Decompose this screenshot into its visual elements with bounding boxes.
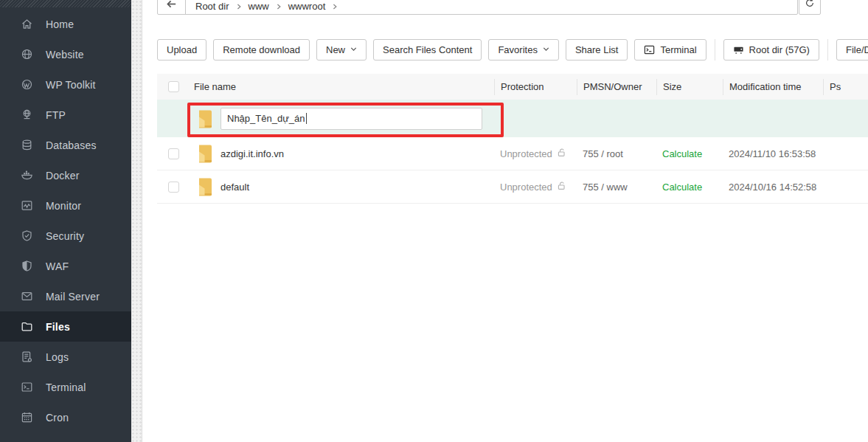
file-manager-app: Home Website WP Toolkit FTP xyxy=(0,0,868,442)
ftp-globe-icon xyxy=(20,108,33,122)
globe-icon xyxy=(20,48,33,61)
sidebar-item-mail-server[interactable]: Mail Server xyxy=(0,281,131,311)
monitor-chart-icon xyxy=(20,199,33,213)
column-header-size: Size xyxy=(656,79,723,95)
sidebar-item-label: Monitor xyxy=(46,200,81,212)
protection-status: Unprotected xyxy=(500,148,552,159)
folder-icon xyxy=(20,320,33,334)
sidebar-item-files[interactable]: Files xyxy=(0,311,131,342)
sidebar-item-monitor[interactable]: Monitor xyxy=(0,190,131,221)
remote-download-button[interactable]: Remote download xyxy=(213,39,310,61)
toolbar-separator xyxy=(827,39,828,61)
unlock-icon[interactable] xyxy=(557,181,566,193)
unlock-icon[interactable] xyxy=(557,148,566,159)
breadcrumb-item-www[interactable]: www xyxy=(249,0,269,13)
file-table: File name Protection PMSN/Owner Size Mod… xyxy=(157,74,868,204)
sidebar-item-databases[interactable]: Databases xyxy=(0,130,131,160)
sidebar-item-website[interactable]: Website xyxy=(0,39,131,69)
breadcrumb-item-root-dir[interactable]: Root dir xyxy=(195,0,229,13)
sidebar-item-home[interactable]: Home xyxy=(0,9,131,39)
row-checkbox[interactable] xyxy=(168,148,179,159)
upload-button[interactable]: Upload xyxy=(157,39,206,61)
shield-half-icon xyxy=(20,260,33,273)
wordpress-icon xyxy=(20,78,33,91)
sidebar-item-label: Mail Server xyxy=(46,291,100,303)
shield-check-icon xyxy=(20,229,33,243)
toolbar-separator xyxy=(715,39,715,61)
refresh-button[interactable] xyxy=(799,0,821,15)
sidebar-item-security[interactable]: Security xyxy=(0,221,131,251)
share-list-button[interactable]: Share List xyxy=(566,39,628,61)
new-folder-name-input[interactable]: Nhập_Tên_dự_án xyxy=(221,108,482,130)
file-name-link[interactable]: default xyxy=(221,182,249,193)
chevron-down-icon xyxy=(543,46,549,53)
home-icon xyxy=(20,18,33,31)
sidebar-item-label: Cron xyxy=(46,412,69,424)
favorites-dropdown-button[interactable]: Favorites xyxy=(488,39,558,61)
file-dir-protection-button[interactable]: File/Dir protection xyxy=(836,39,868,61)
log-document-icon xyxy=(20,351,33,364)
refresh-icon xyxy=(805,0,815,11)
calendar-icon xyxy=(20,411,33,424)
column-header-file-name: File name xyxy=(194,79,494,95)
chevron-down-icon xyxy=(350,46,357,53)
sidebar-item-ftp[interactable]: FTP xyxy=(0,100,131,130)
breadcrumb-bar: Root dir www wwwroot xyxy=(157,0,798,15)
file-row-azdigi: azdigi.it.info.vn Unprotected 755 / root… xyxy=(157,137,868,170)
new-dropdown-button[interactable]: New xyxy=(316,39,367,61)
column-header-protection: Protection xyxy=(494,79,577,95)
sidebar-item-waf[interactable]: WAF xyxy=(0,251,131,281)
sidebar-item-label: Terminal xyxy=(46,381,86,393)
sidebar-item-terminal[interactable]: Terminal xyxy=(0,372,131,402)
breadcrumb: Root dir www wwwroot xyxy=(186,0,344,14)
sidebar-nav: Home Website WP Toolkit FTP xyxy=(0,9,131,432)
modification-time-value: 2024/10/16 14:52:58 xyxy=(729,182,816,193)
folder-icon xyxy=(198,109,214,128)
sidebar-item-cron[interactable]: Cron xyxy=(0,402,131,432)
envelope-icon xyxy=(20,290,33,303)
folder-icon xyxy=(198,177,214,196)
breadcrumb-item-wwwroot[interactable]: wwwroot xyxy=(288,0,326,13)
text-caret xyxy=(306,113,307,124)
sidebar-item-label: Home xyxy=(46,18,74,30)
row-checkbox[interactable] xyxy=(168,182,179,193)
new-folder-name-value: Nhập_Tên_dự_án xyxy=(227,113,305,124)
back-button[interactable] xyxy=(158,0,186,14)
pmsn-owner-value: 755 / root xyxy=(583,148,623,159)
protection-status: Unprotected xyxy=(500,182,552,193)
docker-whale-icon xyxy=(20,169,33,182)
sidebar-item-wp-toolkit[interactable]: WP Toolkit xyxy=(0,69,131,100)
column-header-pmsn-owner: PMSN/Owner xyxy=(577,79,656,95)
sidebar-item-docker[interactable]: Docker xyxy=(0,160,131,190)
search-files-content-button[interactable]: Search Files Content xyxy=(373,39,482,61)
disk-icon xyxy=(733,44,744,55)
sidebar-item-label: Website xyxy=(46,49,84,61)
file-name-link[interactable]: azdigi.it.info.vn xyxy=(221,148,284,159)
sidebar-item-label: Docker xyxy=(46,170,80,182)
sidebar-item-label: Databases xyxy=(46,139,97,151)
database-icon xyxy=(20,139,33,152)
sidebar: Home Website WP Toolkit FTP xyxy=(0,0,131,442)
terminal-button[interactable]: Terminal xyxy=(634,39,706,61)
calculate-size-link[interactable]: Calculate xyxy=(662,148,702,159)
toolbar: Upload Remote download New Search Files … xyxy=(157,39,868,61)
terminal-icon xyxy=(20,381,33,394)
pmsn-owner-value: 755 / www xyxy=(583,182,628,193)
select-all-checkbox[interactable] xyxy=(168,81,179,92)
new-folder-row: Nhập_Tên_dự_án xyxy=(157,100,868,137)
sidebar-item-logs[interactable]: Logs xyxy=(0,342,131,372)
arrow-left-icon xyxy=(166,0,177,13)
sidebar-item-label: Logs xyxy=(46,351,69,363)
folder-icon xyxy=(198,144,214,163)
column-header-ps: Ps xyxy=(823,79,868,95)
root-dir-disk-button[interactable]: Root dir (57G) xyxy=(723,39,819,61)
column-header-modification-time: Modification time xyxy=(723,79,823,95)
chevron-right-icon xyxy=(276,0,282,13)
sidebar-item-label: WAF xyxy=(46,260,69,272)
sidebar-item-label: Security xyxy=(46,230,84,242)
sidebar-texture xyxy=(0,0,131,7)
modification-time-value: 2024/11/10 16:53:58 xyxy=(729,148,816,159)
file-row-default: default Unprotected 755 / www Calculate … xyxy=(157,170,868,204)
sidebar-item-label: FTP xyxy=(46,109,66,121)
calculate-size-link[interactable]: Calculate xyxy=(662,182,702,193)
